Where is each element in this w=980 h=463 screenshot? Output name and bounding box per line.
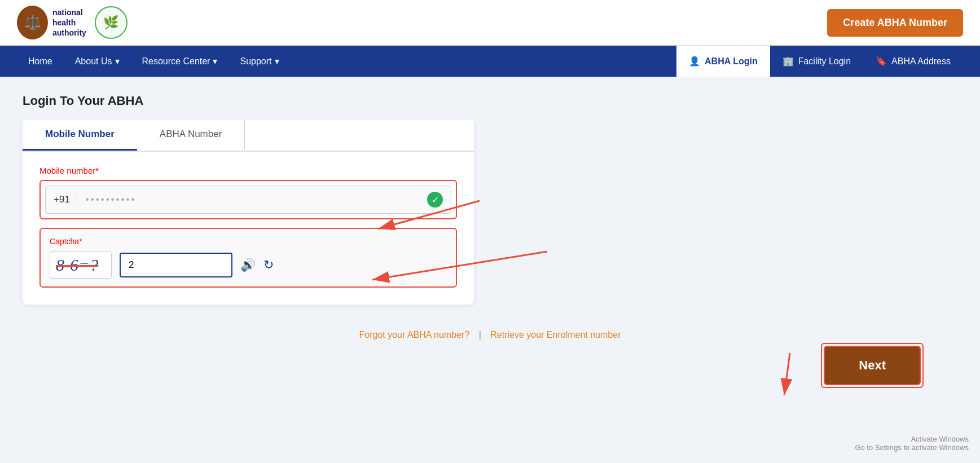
- page-title: Login To Your ABHA: [23, 94, 957, 108]
- next-button-area: Next: [23, 343, 957, 388]
- login-tabs: Mobile Number ABHA Number: [23, 120, 474, 152]
- captcha-section: Captcha* 8-6=? 🔊 ↻: [39, 228, 457, 288]
- logo-area: ⚖️ national health authority 🌿: [17, 6, 128, 39]
- mobile-input-row: +91 •••••••••• ✓: [45, 186, 451, 214]
- chevron-down-icon: ▾: [115, 56, 120, 67]
- nav-item-about-us[interactable]: About Us ▾: [64, 46, 131, 77]
- emblem-icon: ⚖️: [17, 6, 48, 39]
- navbar: Home About Us ▾ Resource Center ▾ Suppor…: [0, 46, 980, 77]
- captcha-label: Captcha*: [50, 237, 447, 246]
- retrieve-enrolment-link[interactable]: Retrieve your Enrolment number: [490, 330, 621, 339]
- nav-item-support[interactable]: Support ▾: [228, 46, 290, 77]
- forgot-abha-link[interactable]: Forgot your ABHA number?: [359, 330, 470, 339]
- captcha-row: 8-6=? 🔊 ↻: [50, 252, 447, 279]
- main-content: Login To Your ABHA Mobile Number ABHA Nu…: [0, 77, 980, 415]
- check-icon: ✓: [427, 192, 443, 208]
- captcha-icons: 🔊 ↻: [240, 258, 274, 272]
- chevron-down-icon: ▾: [213, 56, 217, 67]
- header: ⚖️ national health authority 🌿 Create AB…: [0, 0, 980, 46]
- tab-mobile-number[interactable]: Mobile Number: [23, 120, 137, 151]
- mobile-label: Mobile number*: [39, 166, 457, 175]
- chevron-down-icon: ▾: [275, 56, 279, 67]
- mobile-number-display: ••••••••••: [86, 194, 421, 205]
- nav-left: Home About Us ▾ Resource Center ▾ Suppor…: [17, 46, 676, 77]
- facility-login-icon: 🏢: [783, 56, 794, 67]
- create-abha-button[interactable]: Create ABHA Number: [827, 9, 963, 37]
- captcha-input[interactable]: [120, 253, 232, 277]
- abha-login-nav[interactable]: 👤 ABHA Login: [676, 46, 770, 77]
- separator: |: [479, 330, 481, 339]
- form-body: Mobile number* +91 •••••••••• ✓ Captcha*…: [23, 152, 474, 305]
- country-code: +91: [54, 194, 77, 205]
- next-button[interactable]: Next: [824, 346, 921, 385]
- nha-logo-text: national health authority: [52, 7, 86, 38]
- tab-abha-number[interactable]: ABHA Number: [137, 120, 245, 151]
- digi-health-logo: 🌿: [95, 6, 128, 39]
- nha-logo: ⚖️ national health authority: [17, 6, 86, 39]
- abha-address-nav[interactable]: 🔖 ABHA Address: [863, 46, 963, 77]
- audio-icon[interactable]: 🔊: [240, 258, 256, 272]
- nav-right: 👤 ABHA Login 🏢 Facility Login 🔖 ABHA Add…: [676, 46, 963, 77]
- abha-login-icon: 👤: [689, 56, 700, 67]
- login-form-card: Mobile Number ABHA Number Mobile number*…: [23, 120, 474, 305]
- refresh-icon[interactable]: ↻: [263, 258, 274, 272]
- next-button-border: Next: [821, 343, 924, 388]
- mobile-input-wrapper: +91 •••••••••• ✓: [39, 180, 457, 219]
- captcha-image: 8-6=?: [50, 252, 112, 279]
- nav-item-home[interactable]: Home: [17, 46, 64, 77]
- abha-address-icon: 🔖: [876, 56, 887, 67]
- facility-login-nav[interactable]: 🏢 Facility Login: [770, 46, 863, 77]
- nav-item-resource-center[interactable]: Resource Center ▾: [131, 46, 229, 77]
